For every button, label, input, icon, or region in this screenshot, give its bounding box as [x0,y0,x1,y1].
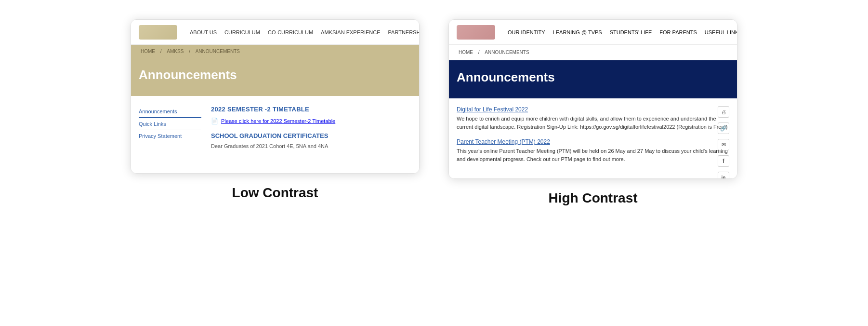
doc-link-timetable[interactable]: 📄 Please click here for 2022 Semester-2 … [211,118,411,124]
section-graduation-title: SCHOOL GRADUATION CERTIFICATES [211,132,411,139]
nav-co-curriculum[interactable]: CO-CURRICULUM [265,27,316,37]
nav-amksian-experience[interactable]: AMKSIAN EXPERIENCE [318,27,383,37]
sidebar-privacy-statement[interactable]: Privacy Statement [139,130,201,142]
low-contrast-hero: Announcements [131,58,419,96]
hc-breadcrumb-sep1: / [478,50,480,55]
low-contrast-hero-title: Announcements [139,68,411,82]
announcement-1-link[interactable]: Digital for Life Festival 2022 [457,106,729,113]
nav-about-us[interactable]: ABOUT US [187,27,220,37]
graduation-body: Dear Graduates of 2021 Cohort 4E, 5NA an… [211,143,411,149]
low-contrast-content: Announcements Quick Links Privacy Statem… [131,96,419,173]
breadcrumb-sep1: / [160,49,162,54]
nav-partnership[interactable]: PARTNERSHIP [385,27,420,37]
section-timetable-title: 2022 SEMESTER -2 TIMETABLE [211,106,411,113]
high-contrast-hero: Announcements [449,60,737,98]
sidebar-announcements[interactable]: Announcements [139,106,201,118]
low-contrast-nav-links: ABOUT US CURRICULUM CO-CURRICULUM AMKSIA… [187,27,420,37]
low-contrast-logo [139,25,177,40]
low-contrast-mockup: ABOUT US CURRICULUM CO-CURRICULUM AMKSIA… [131,19,420,174]
nav-useful-links[interactable]: USEFUL LINKS [702,27,737,37]
low-contrast-nav: ABOUT US CURRICULUM CO-CURRICULUM AMKSIA… [131,20,419,45]
announcement-item-1: Digital for Life Festival 2022 We hope t… [457,106,729,131]
doc-icon: 📄 [211,118,218,124]
high-contrast-hero-title: Announcements [457,70,729,85]
breadcrumb-home[interactable]: HOME [141,49,155,54]
high-contrast-item: OUR IDENTITY LEARNING @ TVPS STUDENTS' L… [448,19,737,206]
print-icon[interactable]: 🖨 [718,106,729,118]
sidebar-quick-links[interactable]: Quick Links [139,118,201,130]
low-contrast-sidebar: Announcements Quick Links Privacy Statem… [139,106,201,163]
announcement-item-2: Parent Teacher Meeting (PTM) 2022 This y… [457,138,729,163]
breadcrumb-announcements[interactable]: ANNOUNCEMENTS [196,49,240,54]
low-contrast-main: 2022 SEMESTER -2 TIMETABLE 📄 Please clic… [211,106,411,163]
high-contrast-breadcrumb: HOME / ANNOUNCEMENTS [449,45,737,60]
high-contrast-content: Digital for Life Festival 2022 We hope t… [449,98,737,178]
high-contrast-logo [457,25,495,40]
low-contrast-item: ABOUT US CURRICULUM CO-CURRICULUM AMKSIA… [131,19,420,201]
linkedin-icon[interactable]: in [718,172,729,179]
announcement-2-link[interactable]: Parent Teacher Meeting (PTM) 2022 [457,138,729,145]
nav-learning-tvps[interactable]: LEARNING @ TVPS [550,27,605,37]
announcement-1-body: We hope to enrich and equip more childre… [457,115,729,131]
timetable-link[interactable]: Please click here for 2022 Semester-2 Ti… [221,118,335,124]
nav-our-identity[interactable]: OUR IDENTITY [505,27,548,37]
facebook-icon[interactable]: f [718,155,729,167]
announcement-2-body: This year's online Parent Teacher Meetin… [457,147,729,163]
high-contrast-nav: OUR IDENTITY LEARNING @ TVPS STUDENTS' L… [449,20,737,45]
breadcrumb-sep2: / [189,49,190,54]
share-icons: 🖨 🔗 ✉ f in [718,106,729,179]
nav-for-parents[interactable]: FOR PARENTS [657,27,699,37]
high-contrast-mockup: OUR IDENTITY LEARNING @ TVPS STUDENTS' L… [448,19,737,179]
high-contrast-label: High Contrast [548,190,637,206]
low-contrast-label: Low Contrast [232,185,318,201]
hc-breadcrumb-home[interactable]: HOME [459,50,473,55]
email-icon[interactable]: ✉ [718,139,729,150]
breadcrumb-amkss[interactable]: AMKSS [167,49,184,54]
nav-students-life[interactable]: STUDENTS' LIFE [607,27,655,37]
high-contrast-nav-links: OUR IDENTITY LEARNING @ TVPS STUDENTS' L… [505,27,737,37]
nav-curriculum[interactable]: CURRICULUM [222,27,263,37]
comparison-container: ABOUT US CURRICULUM CO-CURRICULUM AMKSIA… [49,19,819,206]
link-icon[interactable]: 🔗 [718,122,729,134]
hc-breadcrumb-announcements[interactable]: ANNOUNCEMENTS [485,50,529,55]
low-contrast-breadcrumb: HOME / AMKSS / ANNOUNCEMENTS [131,45,419,58]
